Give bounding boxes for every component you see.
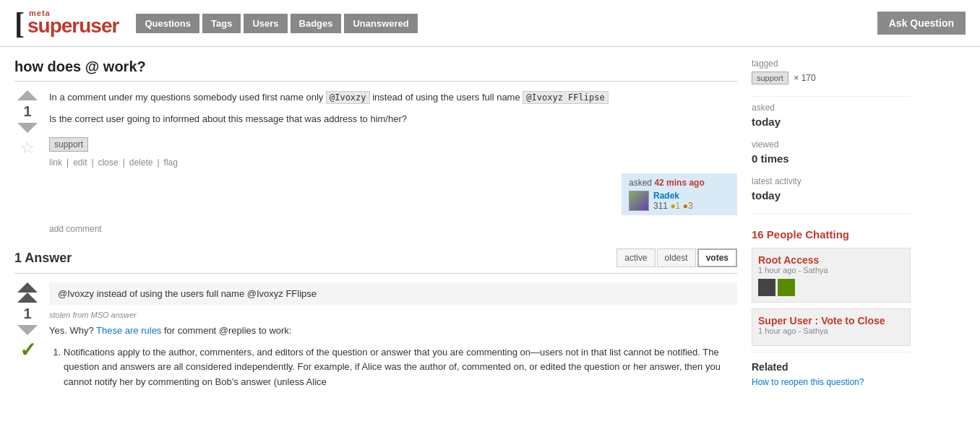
sort-tabs: active oldest votes <box>616 248 737 267</box>
ask-question-button[interactable]: Ask Question <box>877 12 966 35</box>
logo-super: super <box>27 14 79 37</box>
body-text-1: In a comment under my questions somebody… <box>49 92 326 103</box>
sidebar-asked-label: asked <box>752 103 911 113</box>
chat-room-1-meta: 1 hour ago - Sathya <box>758 266 904 274</box>
vote-up-button[interactable] <box>17 90 38 100</box>
nav-questions[interactable]: Questions <box>136 14 199 33</box>
sort-active[interactable]: active <box>616 248 655 267</box>
answer-vote-section: 1 ✓ <box>14 282 40 390</box>
logo-bracket: [ <box>14 6 25 40</box>
flag-action[interactable]: flag <box>164 157 178 168</box>
related-link-1[interactable]: How to reopen this question? <box>752 377 911 387</box>
favorite-button[interactable]: ☆ <box>20 139 35 157</box>
body-text-2: instead of using the users full name <box>370 92 523 103</box>
answers-count: 1 Answer <box>14 251 616 266</box>
main-nav: Questions Tags Users Badges Unanswered <box>136 14 417 33</box>
divider-3 <box>752 352 911 352</box>
rules-link[interactable]: These are rules <box>96 325 161 336</box>
post-text: In a comment under my questions somebody… <box>49 90 737 105</box>
edit-action[interactable]: edit <box>73 157 87 168</box>
chat-room-1: Root Access 1 hour ago - Sathya <box>752 248 911 303</box>
chat-room-1-name[interactable]: Root Access <box>758 254 904 266</box>
asked-label: asked 42 mins ago <box>629 178 730 188</box>
logo-area: [ meta superuser <box>14 6 119 40</box>
chat-avatars-1 <box>758 279 904 296</box>
asked-time: 42 mins ago <box>654 178 704 188</box>
nav-users[interactable]: Users <box>244 14 287 33</box>
question-body: 1 ☆ In a comment under my questions some… <box>14 90 737 234</box>
sidebar-activity-value: today <box>752 189 911 202</box>
stolen-note: stolen from MSO answer <box>49 311 737 319</box>
divider-2 <box>752 213 911 214</box>
related-heading: Related <box>752 361 911 373</box>
top-bar: [ meta superuser Questions Tags Users Ba… <box>0 0 980 47</box>
delete-action[interactable]: delete <box>129 157 153 168</box>
post-meta-box: asked 42 mins ago Radek 311 ●1 ●3 <box>622 173 737 215</box>
sidebar-viewed: viewed 0 times <box>752 139 911 165</box>
chat-section: 16 People Chatting Root Access 1 hour ag… <box>752 228 911 346</box>
link-action[interactable]: link <box>49 157 62 168</box>
answer-text-after: for comment @replies to work: <box>161 325 291 336</box>
sidebar: tagged support × 170 asked today viewed … <box>752 59 911 402</box>
answer-vote-count: 1 <box>23 306 31 322</box>
answer-list-item: Notifications apply to the author, comme… <box>64 345 737 390</box>
post-content: In a comment under my questions somebody… <box>49 90 737 234</box>
answers-section: 1 Answer active oldest votes 1 ✓ <box>14 248 737 390</box>
question-title: how does @ work? <box>14 59 737 82</box>
logo-text-container: meta superuser <box>27 9 119 38</box>
logo-superuser: superuser <box>27 14 119 38</box>
chat-room-2-name[interactable]: Super User : Vote to Close <box>758 315 904 326</box>
sort-votes[interactable]: votes <box>697 248 737 267</box>
nav-unanswered[interactable]: Unanswered <box>344 14 417 33</box>
nav-tags[interactable]: Tags <box>202 14 241 33</box>
answer-content: @Ivoxzy instead of using the users full … <box>49 282 737 390</box>
asked-text: asked <box>629 178 652 188</box>
answer-vote-up-button[interactable] <box>17 282 38 303</box>
post-meta-row: asked 42 mins ago Radek 311 ●1 ●3 <box>49 173 737 215</box>
add-comment-link[interactable]: add comment <box>49 224 737 234</box>
user-name[interactable]: Radek <box>653 191 693 201</box>
user-rep: 311 ●1 ●3 <box>653 201 693 211</box>
post-actions: link | edit | close | delete | flag <box>49 157 737 168</box>
badge-bronze: ●3 <box>683 201 693 211</box>
chat-avatar-1 <box>758 279 775 296</box>
chat-room-2: Super User : Vote to Close 1 hour ago - … <box>752 308 911 346</box>
asked-time-value: 42 mins ago <box>654 178 704 188</box>
tagged-label: tagged <box>752 59 911 69</box>
sidebar-viewed-label: viewed <box>752 139 911 150</box>
question-area: how does @ work? 1 ☆ In a comment under … <box>14 59 737 402</box>
vote-count: 1 <box>23 103 31 120</box>
sidebar-tag[interactable]: support <box>752 72 788 85</box>
sort-oldest[interactable]: oldest <box>657 248 696 267</box>
body-code-2: @Ivoxyz FFlipse <box>523 91 608 104</box>
badge-gold: ●1 <box>670 201 680 211</box>
sidebar-asked-value: today <box>752 116 911 128</box>
sidebar-viewed-value: 0 times <box>752 152 911 165</box>
vote-down-button[interactable] <box>17 123 38 133</box>
answer-text-before: Yes. Why? <box>49 325 96 336</box>
main-content: how does @ work? 1 ☆ In a comment under … <box>0 47 925 413</box>
sidebar-activity: latest activity today <box>752 176 911 202</box>
rep-value: 311 <box>653 201 668 211</box>
chat-heading: 16 People Chatting <box>752 228 911 241</box>
answer-body: 1 ✓ @Ivoxzy instead of using the users f… <box>14 282 737 390</box>
answer-highlight: @Ivoxzy instead of using the users full … <box>49 282 737 305</box>
answer-vote-down-button[interactable] <box>17 325 38 335</box>
post-text-2: Is the correct user going to informed ab… <box>49 112 737 126</box>
close-action[interactable]: close <box>98 157 119 168</box>
related-section: Related How to reopen this question? <box>752 361 911 387</box>
vote-section: 1 ☆ <box>14 90 40 234</box>
body-code-1: @Ivoxzy <box>326 91 370 104</box>
question-tag[interactable]: support <box>49 137 88 152</box>
nav-badges[interactable]: Badges <box>291 14 342 33</box>
chat-room-2-meta: 1 hour ago - Sathya <box>758 326 904 335</box>
sidebar-asked: asked today <box>752 103 911 128</box>
answer-list: Notifications apply to the author, comme… <box>64 345 737 390</box>
user-avatar <box>629 191 649 211</box>
chat-avatar-2 <box>778 279 795 296</box>
tag-count: × 170 <box>794 73 815 83</box>
answer-text: Yes. Why? These are rules for comment @r… <box>49 324 737 338</box>
sidebar-activity-label: latest activity <box>752 176 911 186</box>
divider-1 <box>752 96 911 97</box>
accepted-checkmark: ✓ <box>20 338 36 362</box>
